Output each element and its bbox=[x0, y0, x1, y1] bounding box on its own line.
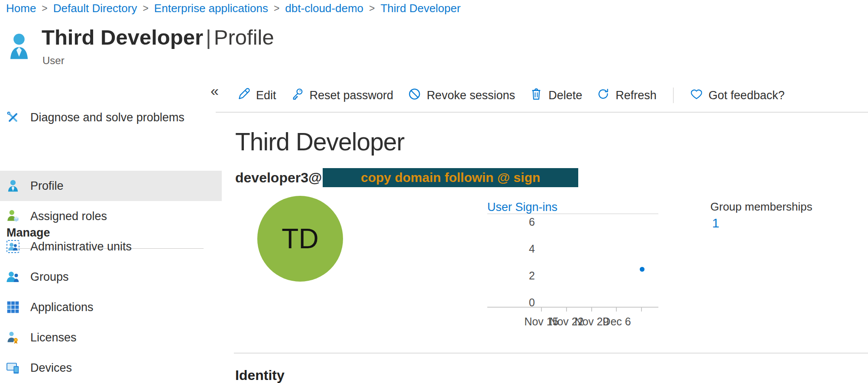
user-signins-chart: User Sign-ins 6 4 2 0 Nov 15 Nov 22 Nov … bbox=[487, 199, 661, 329]
user-display-name: Third Developer bbox=[235, 127, 405, 156]
y-axis-label: 6 bbox=[487, 216, 535, 228]
sidebar-item-label: Licenses bbox=[30, 331, 77, 344]
user-signins-link[interactable]: User Sign-ins bbox=[487, 201, 557, 214]
trash-icon bbox=[530, 88, 543, 104]
page-title-divider: | bbox=[203, 26, 214, 49]
heart-icon bbox=[690, 88, 703, 104]
page-title-name: Third Developer bbox=[42, 26, 203, 49]
key-icon bbox=[291, 88, 304, 104]
object-type-label: User bbox=[42, 55, 65, 67]
x-axis-tick bbox=[566, 308, 567, 312]
sidebar-item-label: Devices bbox=[30, 361, 72, 375]
group-memberships-label: Group memberships bbox=[710, 200, 813, 214]
user-principal-name: developer3@ copy domain followin @ sign bbox=[235, 168, 578, 187]
sidebar-item-label: Assigned roles bbox=[30, 210, 107, 223]
person-icon bbox=[6, 179, 20, 193]
breadcrumb-third-developer[interactable]: Third Developer bbox=[380, 1, 460, 16]
command-bar: Edit Reset password Revoke sessions bbox=[237, 85, 784, 106]
x-axis-line bbox=[487, 307, 658, 308]
x-axis-tick bbox=[541, 308, 542, 312]
revoke-sessions-label: Revoke sessions bbox=[427, 89, 515, 102]
sidebar-item-administrative-units[interactable]: Administrative units bbox=[0, 231, 222, 262]
edit-label: Edit bbox=[256, 89, 276, 102]
sidebar-item-profile[interactable]: Profile bbox=[0, 171, 222, 201]
people-icon bbox=[6, 270, 20, 284]
refresh-icon bbox=[597, 88, 610, 104]
feedback-label: Got feedback? bbox=[709, 89, 785, 102]
sidebar-item-label: Groups bbox=[30, 270, 69, 284]
reset-password-button[interactable]: Reset password bbox=[291, 88, 394, 104]
breadcrumb-separator: > bbox=[274, 1, 279, 16]
person-cube-icon bbox=[6, 209, 20, 223]
content-divider bbox=[234, 353, 868, 354]
x-axis-label: Dec 6 bbox=[591, 315, 643, 328]
y-axis-label: 4 bbox=[487, 243, 535, 255]
reset-password-label: Reset password bbox=[310, 89, 394, 102]
wrench-screwdriver-icon bbox=[6, 110, 20, 124]
y-axis-label: 2 bbox=[487, 269, 535, 282]
x-axis-tick bbox=[591, 308, 592, 312]
breadcrumb: Home > Default Directory > Enterprise ap… bbox=[6, 1, 460, 16]
refresh-button[interactable]: Refresh bbox=[597, 88, 657, 104]
sidebar-item-diagnose[interactable]: Diagnose and solve problems bbox=[0, 102, 222, 133]
avatar: TD bbox=[257, 196, 343, 282]
page-title: Third Developer|Profile bbox=[42, 25, 274, 49]
breadcrumb-enterprise-applications[interactable]: Enterprise applications bbox=[154, 1, 268, 16]
sidebar-item-label: Administrative units bbox=[30, 240, 132, 253]
x-axis-tick bbox=[641, 308, 642, 312]
sidebar-item-assigned-roles[interactable]: Assigned roles bbox=[0, 201, 222, 231]
page-title-section: Profile bbox=[214, 26, 274, 49]
breadcrumb-separator: > bbox=[369, 1, 375, 16]
sidebar-item-label: Applications bbox=[30, 301, 94, 314]
grid-icon bbox=[6, 300, 20, 314]
sidebar-item-label: Diagnose and solve problems bbox=[30, 111, 185, 124]
refresh-label: Refresh bbox=[615, 89, 657, 102]
license-badge-icon bbox=[6, 331, 20, 344]
delete-label: Delete bbox=[548, 89, 582, 102]
sidebar-item-groups[interactable]: Groups bbox=[0, 262, 222, 292]
toolbar-separator bbox=[673, 88, 674, 103]
feedback-button[interactable]: Got feedback? bbox=[690, 88, 785, 104]
breadcrumb-separator: > bbox=[143, 1, 148, 16]
avatar-initials: TD bbox=[282, 223, 318, 255]
chart-header-divider bbox=[487, 214, 658, 214]
sidebar: Diagnose and solve problems Manage Profi… bbox=[0, 79, 222, 383]
devices-icon bbox=[6, 361, 20, 375]
sidebar-item-licenses[interactable]: Licenses bbox=[0, 322, 222, 353]
delete-button[interactable]: Delete bbox=[530, 88, 582, 104]
breadcrumb-default-directory[interactable]: Default Directory bbox=[53, 1, 137, 16]
toolbar-divider bbox=[216, 112, 868, 113]
x-axis-tick bbox=[616, 308, 617, 312]
block-icon bbox=[408, 88, 421, 104]
upn-prefix: developer3@ bbox=[235, 170, 322, 186]
group-memberships-count-link[interactable]: 1 bbox=[712, 216, 719, 230]
revoke-sessions-button[interactable]: Revoke sessions bbox=[408, 88, 515, 104]
admin-units-icon bbox=[6, 240, 20, 253]
edit-button[interactable]: Edit bbox=[237, 88, 276, 104]
breadcrumb-dbt-cloud-demo[interactable]: dbt-cloud-demo bbox=[285, 1, 363, 16]
sidebar-item-label: Profile bbox=[30, 179, 64, 193]
breadcrumb-separator: > bbox=[42, 1, 47, 16]
domain-redaction-overlay: copy domain followin @ sign bbox=[323, 168, 578, 187]
sign-in-data-point[interactable] bbox=[640, 267, 645, 272]
user-blade-icon bbox=[10, 33, 29, 60]
identity-section-heading: Identity bbox=[235, 367, 285, 383]
pencil-icon bbox=[237, 88, 250, 104]
sidebar-item-devices[interactable]: Devices bbox=[0, 353, 222, 383]
breadcrumb-home[interactable]: Home bbox=[6, 1, 36, 16]
sidebar-item-applications[interactable]: Applications bbox=[0, 292, 222, 322]
